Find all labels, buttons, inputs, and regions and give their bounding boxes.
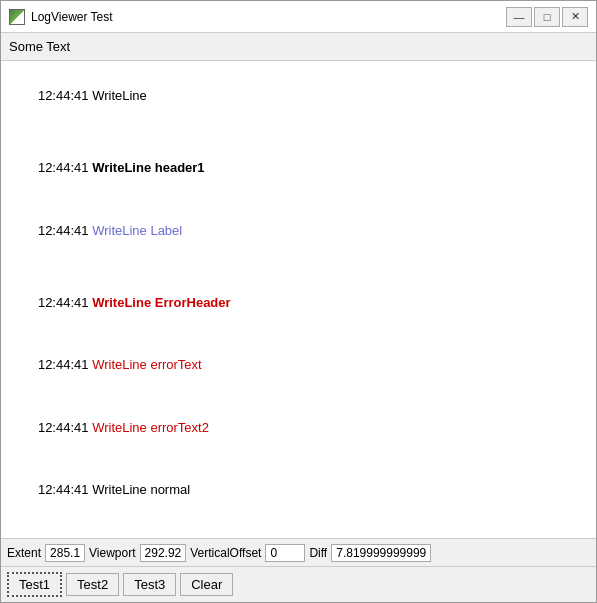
test2-button[interactable]: Test2 — [66, 573, 119, 596]
vertical-offset-value: 0 — [265, 544, 305, 562]
diff-label: Diff — [309, 546, 327, 560]
close-button[interactable]: ✕ — [562, 7, 588, 27]
viewport-label: Viewport — [89, 546, 135, 560]
menu-bar: Some Text — [1, 33, 596, 61]
extent-label: Extent — [7, 546, 41, 560]
list-item: 12:44:41 WriteLine errorText — [9, 335, 570, 397]
list-item: 12:44:41 WriteLine header1 — [9, 137, 570, 199]
diff-value: 7.819999999999 — [331, 544, 431, 562]
list-item: 12:44:41 WriteLine ErrorHeader — [9, 272, 570, 334]
list-item: 12:44:41 WriteLine — [9, 65, 570, 127]
list-item: 12:44:41 WriteLine normal — [9, 459, 570, 521]
list-item: 12:44:41 WriteLine Label — [9, 200, 570, 262]
vertical-offset-label: VerticalOffset — [190, 546, 261, 560]
minimize-button[interactable]: — — [506, 7, 532, 27]
list-item: 12:44:41 WriteLine errorText2 — [9, 397, 570, 459]
app-icon — [9, 9, 25, 25]
menu-text: Some Text — [9, 39, 70, 54]
log-content: 12:44:41 WriteLine 12:44:41 WriteLine he… — [9, 65, 588, 538]
list-item — [9, 262, 570, 272]
window-controls: — □ ✕ — [506, 7, 588, 27]
status-bar: Extent 285.1 Viewport 292.92 VerticalOff… — [1, 538, 596, 566]
restore-button[interactable]: □ — [534, 7, 560, 27]
window-title: LogViewer Test — [31, 10, 506, 24]
main-window: LogViewer Test — □ ✕ Some Text 12:44:41 … — [0, 0, 597, 603]
button-bar: Test1 Test2 Test3 Clear — [1, 566, 596, 602]
log-area[interactable]: 12:44:41 WriteLine 12:44:41 WriteLine he… — [1, 61, 596, 538]
test1-button[interactable]: Test1 — [7, 572, 62, 597]
list-item — [9, 127, 570, 137]
list-item — [9, 522, 570, 532]
clear-button[interactable]: Clear — [180, 573, 233, 596]
list-item: 12:44:41 Word1 errorHeader errorText Lab… — [9, 532, 570, 538]
viewport-value: 292.92 — [140, 544, 187, 562]
extent-value: 285.1 — [45, 544, 85, 562]
test3-button[interactable]: Test3 — [123, 573, 176, 596]
title-bar: LogViewer Test — □ ✕ — [1, 1, 596, 33]
